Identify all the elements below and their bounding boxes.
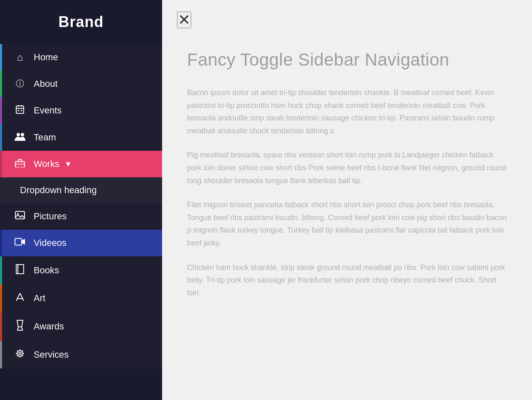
- svg-rect-12: [15, 238, 22, 245]
- paragraph-2: Pig meatloaf bresaola, spare ribs veniso…: [187, 149, 507, 187]
- brand-logo: Brand: [0, 0, 162, 44]
- nav-works[interactable]: Works ▼: [0, 151, 162, 177]
- svg-rect-5: [21, 110, 22, 111]
- nav-dropdown-heading[interactable]: Dropdown heading: [0, 177, 162, 203]
- nav-events-label: Events: [34, 105, 62, 116]
- nav-list: ⌂ Home ⓘ About Events Team Works: [0, 44, 162, 400]
- briefcase-icon: [14, 158, 26, 170]
- nav-art-label: Art: [34, 293, 45, 304]
- nav-services-label: Services: [34, 349, 69, 360]
- svg-rect-10: [15, 211, 25, 219]
- svg-marker-13: [22, 239, 25, 245]
- art-icon: [14, 292, 26, 304]
- svg-line-16: [16, 293, 20, 301]
- main-content: ✕ Fancy Toggle Sidebar Navigation Bacon …: [162, 0, 532, 400]
- video-icon: [14, 237, 26, 249]
- home-icon: ⌂: [14, 52, 26, 63]
- paragraph-1: Bacon ipsum dolor sit amet tri-tip shoul…: [187, 86, 507, 137]
- nav-awards[interactable]: Awards: [0, 312, 162, 341]
- nav-team[interactable]: Team: [0, 124, 162, 151]
- nav-home-label: Home: [34, 52, 58, 63]
- image-icon: [14, 211, 26, 222]
- nav-home[interactable]: ⌂ Home: [0, 44, 162, 71]
- nav-books[interactable]: Books: [0, 256, 162, 285]
- nav-videeos[interactable]: Videeos: [0, 230, 162, 256]
- svg-rect-4: [18, 110, 19, 111]
- nav-team-label: Team: [34, 132, 56, 143]
- sidebar: Brand ⌂ Home ⓘ About Events Team: [0, 0, 162, 400]
- nav-pictures-label: Pictures: [34, 211, 66, 222]
- book-icon: [14, 264, 26, 277]
- nav-books-label: Books: [34, 265, 59, 276]
- info-icon: ⓘ: [14, 78, 26, 89]
- svg-point-6: [17, 133, 20, 136]
- nav-awards-label: Awards: [34, 321, 64, 332]
- svg-point-21: [19, 352, 21, 355]
- svg-rect-0: [16, 106, 24, 113]
- svg-line-19: [22, 327, 22, 330]
- paragraph-3: Filet mignon brisket pancetta fatback sh…: [187, 199, 507, 249]
- content-area: Fancy Toggle Sidebar Navigation Bacon ip…: [162, 0, 532, 400]
- svg-point-7: [21, 133, 24, 136]
- svg-point-22: [17, 351, 23, 356]
- close-button[interactable]: ✕: [177, 12, 191, 28]
- page-title: Fancy Toggle Sidebar Navigation: [187, 50, 507, 70]
- nav-art[interactable]: Art: [0, 285, 162, 312]
- calendar-icon: [14, 104, 26, 117]
- award-icon: [14, 319, 26, 334]
- nav-about[interactable]: ⓘ About: [0, 71, 162, 97]
- nav-services[interactable]: Services: [0, 341, 162, 368]
- dropdown-arrow-icon: ▼: [64, 160, 72, 169]
- dropdown-heading-label: Dropdown heading: [20, 185, 97, 196]
- nav-about-label: About: [34, 79, 58, 89]
- nav-works-label: Works: [34, 159, 59, 169]
- svg-rect-8: [15, 162, 25, 167]
- team-icon: [14, 132, 26, 143]
- paragraph-4: Chicken ham hock shankle, strip steak gr…: [187, 261, 507, 299]
- nav-events[interactable]: Events: [0, 97, 162, 124]
- svg-rect-14: [16, 265, 24, 274]
- svg-line-18: [17, 327, 18, 330]
- gear-icon: [14, 348, 26, 361]
- nav-videeos-label: Videeos: [34, 238, 66, 248]
- nav-pictures[interactable]: Pictures: [0, 203, 162, 230]
